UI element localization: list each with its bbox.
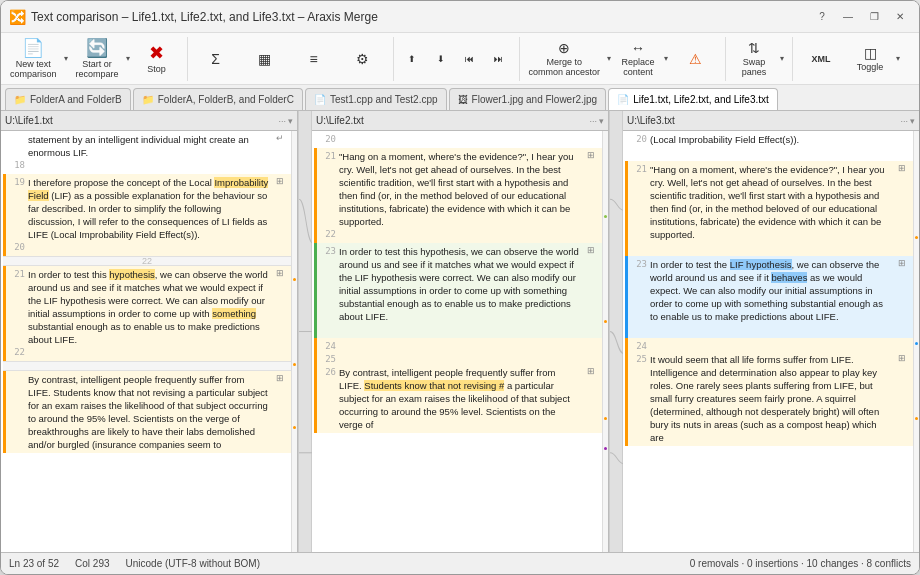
pane-left-block-changed-2: 21 In order to test this hypothesis, we … — [3, 266, 291, 361]
list-item: 20 (Local Improbability Field Effect(s))… — [628, 133, 909, 146]
list-item: 19 I therefore propose the concept of th… — [6, 176, 287, 241]
merge-button[interactable]: ⊕ Merge tocommon ancestor — [524, 38, 606, 80]
connector-left — [298, 111, 312, 552]
window-title: Text comparison – Life1.txt, Life2.txt, … — [31, 10, 811, 24]
change-nav-icon-c3[interactable]: ⊞ — [584, 366, 598, 431]
last-icon: ⏭ — [494, 54, 503, 64]
scroll-marker-3 — [293, 426, 296, 429]
pane-left-body[interactable]: statement by an intelligent individual m… — [1, 131, 297, 552]
pane-right-block-1: 21 "Hang on a moment, where's the eviden… — [625, 161, 913, 256]
pane-right-header: U:\Life3.txt ··· ▾ — [623, 111, 919, 131]
new-text-button[interactable]: 📄 New textcomparison — [5, 38, 62, 80]
pane-left-scroll-down[interactable]: ▾ — [288, 116, 293, 126]
change-nav-icon-3[interactable]: ⊞ — [273, 373, 287, 451]
pane-center-block-1: 21 "Hang on a moment, where's the eviden… — [314, 148, 602, 243]
xml-button[interactable]: XML — [797, 38, 845, 80]
tab-foldera-folderb[interactable]: 📁 FolderA and FolderB — [5, 88, 131, 110]
pane-left-sep-2 — [3, 361, 291, 371]
pane-right-scroll-down[interactable]: ▾ — [910, 116, 915, 126]
scroll-marker-c2 — [604, 320, 607, 323]
diff-panes: U:\Life1.txt ··· ▾ statement by an intel… — [1, 111, 919, 552]
list-item: 24 — [317, 340, 598, 353]
gear-button[interactable]: ⚙ — [339, 38, 387, 80]
list-item: 21 "Hang on a moment, where's the eviden… — [317, 150, 598, 228]
scroll-marker-r1 — [915, 236, 918, 239]
replace-icon: ↔ — [631, 41, 645, 55]
replace-dropdown[interactable]: ▾ — [662, 38, 670, 80]
pane-center: U:\Life2.txt ··· ▾ 20 — [312, 111, 609, 552]
toggle-dropdown[interactable]: ▾ — [894, 38, 902, 80]
close-button[interactable]: ✕ — [889, 6, 911, 28]
warn-button[interactable]: ⚠ — [671, 38, 719, 80]
scroll-marker-c1 — [604, 215, 607, 218]
tab-txt-icon: 📄 — [617, 94, 629, 105]
change-nav-icon-2[interactable]: ⊞ — [273, 268, 287, 346]
maximize-button[interactable]: ❐ — [863, 6, 885, 28]
swap-button[interactable]: ⇅ Swappanes — [730, 38, 778, 80]
swap-dropdown[interactable]: ▾ — [778, 38, 786, 80]
pane-right-block-3: 24 25 It would seem that all life forms … — [625, 338, 913, 446]
pane-left-scrollbar[interactable] — [291, 131, 297, 552]
pane-left-header: U:\Life1.txt ··· ▾ — [1, 111, 297, 131]
lines-icon: ≡ — [309, 52, 317, 66]
change-nav-icon-r1[interactable]: ⊞ — [895, 163, 909, 241]
pane-right-options: ··· — [900, 116, 908, 126]
status-col: Col 293 — [75, 558, 109, 569]
pane-right-path: U:\Life3.txt — [627, 115, 900, 126]
pane-right-body[interactable]: 20 (Local Improbability Field Effect(s))… — [623, 131, 919, 552]
minimize-button[interactable]: — — [837, 6, 859, 28]
pane-center-scrollbar[interactable] — [602, 131, 608, 552]
change-nav-icon[interactable]: ⊞ — [273, 176, 287, 241]
list-item: 23 In order to test the LIF hypothesis, … — [628, 258, 909, 323]
toggle-button[interactable]: ◫ Toggle — [846, 38, 894, 80]
pane-center-header: U:\Life2.txt ··· ▾ — [312, 111, 608, 131]
last-change-button[interactable]: ⏭ — [485, 38, 513, 80]
first-change-button[interactable]: ⏮ — [456, 38, 484, 80]
lines-button[interactable]: ≡ — [290, 38, 338, 80]
pane-right-block-normal: 20 (Local Improbability Field Effect(s))… — [625, 131, 913, 161]
list-item: 23 In order to test this hypothesis, we … — [317, 245, 598, 323]
scroll-marker-c4 — [604, 447, 607, 450]
grid-button[interactable]: ▦ — [241, 38, 289, 80]
change-nav-icon-c1[interactable]: ⊞ — [584, 150, 598, 228]
tab-bar: 📁 FolderA and FolderB 📁 FolderA, FolderB… — [1, 85, 919, 111]
pane-center-block-normal: 20 — [314, 131, 602, 148]
merge-dropdown[interactable]: ▾ — [605, 38, 613, 80]
change-nav-icon-r3[interactable]: ⊞ — [895, 353, 909, 444]
replace-button[interactable]: ↔ Replacecontent — [614, 38, 662, 80]
start-recompare-dropdown[interactable]: ▾ — [124, 38, 132, 80]
merge-group: ⊕ Merge tocommon ancestor ▾ ↔ Replacecon… — [524, 37, 727, 81]
next-change-button[interactable]: ⬇ — [427, 38, 455, 80]
list-item: 21 In order to test this hypothesis, we … — [6, 268, 287, 346]
content-area: U:\Life1.txt ··· ▾ statement by an intel… — [1, 111, 919, 574]
view-group: Σ ▦ ≡ ⚙ — [192, 37, 394, 81]
connector-right-svg — [610, 111, 624, 552]
list-item: 22 — [6, 346, 287, 359]
tab-flower-jpg[interactable]: 🖼 Flower1.jpg and Flower2.jpg — [449, 88, 607, 110]
sigma-button[interactable]: Σ — [192, 38, 240, 80]
pane-center-scroll-down[interactable]: ▾ — [599, 116, 604, 126]
pane-right-scrollbar[interactable] — [913, 131, 919, 552]
prev-change-button[interactable]: ⬆ — [398, 38, 426, 80]
pane-center-block-2: 23 In order to test this hypothesis, we … — [314, 243, 602, 338]
tab-foldera-folderb-folderc[interactable]: 📁 FolderA, FolderB, and FolderC — [133, 88, 303, 110]
scroll-marker-c3 — [604, 417, 607, 420]
tab-test-cpp[interactable]: 📄 Test1.cpp and Test2.cpp — [305, 88, 447, 110]
tab-life-txt[interactable]: 📄 Life1.txt, Life2.txt, and Life3.txt — [608, 88, 778, 110]
title-bar: 🔀 Text comparison – Life1.txt, Life2.txt… — [1, 1, 919, 33]
pane-left-path: U:\Life1.txt — [5, 115, 278, 126]
swap-icon: ⇅ — [748, 41, 760, 55]
inline-icon[interactable]: ↵ — [273, 133, 287, 159]
list-item: 18 — [6, 159, 287, 172]
new-text-dropdown[interactable]: ▾ — [62, 38, 70, 80]
stop-button[interactable]: ✖ Stop — [133, 38, 181, 80]
pane-left-block-changed-1: 19 I therefore propose the concept of th… — [3, 174, 291, 256]
xml-icon: XML — [812, 54, 831, 64]
help-button[interactable]: ? — [811, 6, 833, 28]
start-recompare-button[interactable]: 🔄 Start orrecompare — [71, 38, 124, 80]
pane-center-body[interactable]: 20 21 "Hang on a moment, where's the evi… — [312, 131, 608, 552]
swap-group: ⇅ Swappanes ▾ — [730, 37, 793, 81]
change-nav-icon-c2[interactable]: ⊞ — [584, 245, 598, 323]
change-nav-icon-r2[interactable]: ⊞ — [895, 258, 909, 323]
pane-left-block-changed-3: By contrast, intelligent people frequent… — [3, 371, 291, 453]
